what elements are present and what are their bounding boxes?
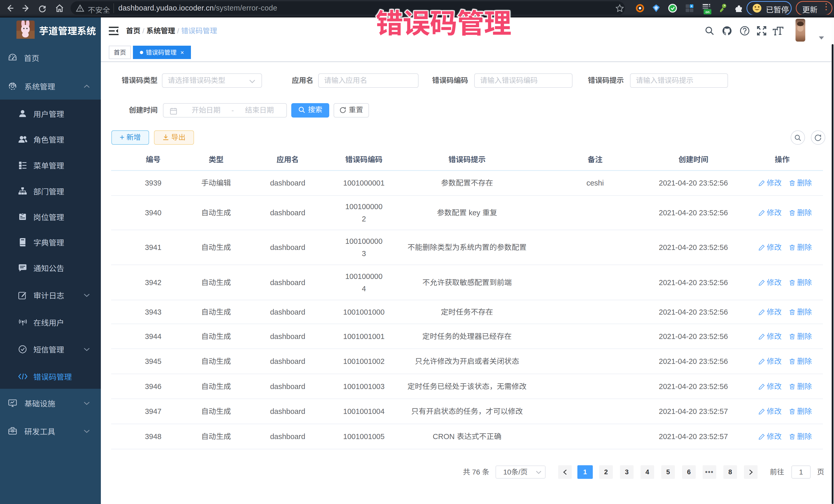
svg-text:on: on [705,10,709,14]
